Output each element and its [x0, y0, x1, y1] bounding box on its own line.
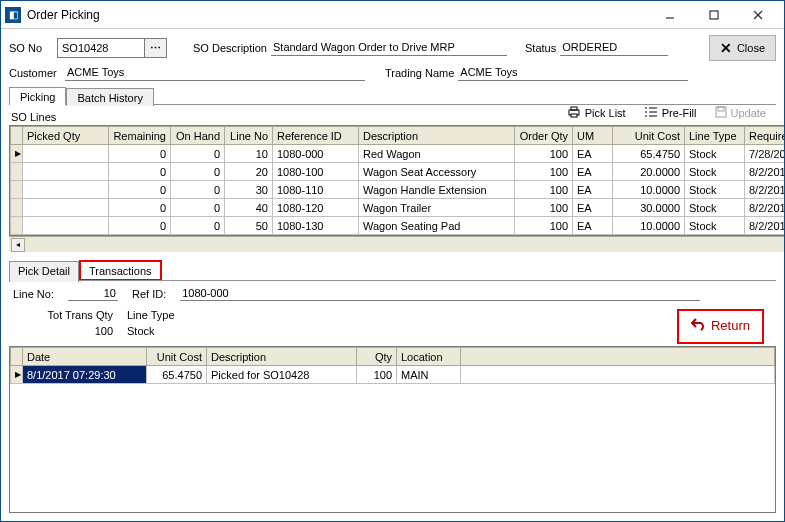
- col-onhand[interactable]: On Hand: [171, 127, 225, 145]
- cell-orderqty: 100: [515, 199, 573, 217]
- cell-refid: 1080-000: [273, 145, 359, 163]
- cell-qty: 100: [357, 366, 397, 384]
- detail-row-2: Tot Trans Qty 100 Line Type Stock Return: [9, 303, 776, 346]
- so-lines-hscroll[interactable]: ◂ ▸: [9, 236, 784, 252]
- col-unitcost[interactable]: Unit Cost: [147, 348, 207, 366]
- col-refid[interactable]: Reference ID: [273, 127, 359, 145]
- table-row[interactable]: 0 0 10 1080-000 Red Wagon 100 EA 65.4750…: [11, 145, 785, 163]
- cell-required: 8/2/2017: [745, 181, 785, 199]
- so-no-lookup-button[interactable]: ⋯: [144, 39, 166, 57]
- cell-picked[interactable]: [23, 163, 109, 181]
- tab-pick-detail[interactable]: Pick Detail: [9, 261, 79, 282]
- close-icon: ✕: [720, 40, 732, 56]
- col-picked-qty[interactable]: Picked Qty: [23, 127, 109, 145]
- cell-location: MAIN: [397, 366, 461, 384]
- cell-linetype: Stock: [685, 163, 745, 181]
- cell-picked[interactable]: [23, 145, 109, 163]
- transactions-grid-wrap: Date Unit Cost Description Qty Location …: [9, 346, 776, 513]
- row-handle[interactable]: [11, 163, 23, 181]
- transactions-grid[interactable]: Date Unit Cost Description Qty Location …: [10, 347, 775, 384]
- linetype-value: Stock: [127, 325, 175, 337]
- row-handle[interactable]: [11, 181, 23, 199]
- cell-um: EA: [573, 163, 613, 181]
- cell-lineno: 10: [225, 145, 273, 163]
- titlebar: ◧ Order Picking: [1, 1, 784, 29]
- cell-required: 8/2/2017: [745, 217, 785, 235]
- cell-refid: 1080-120: [273, 199, 359, 217]
- cell-orderqty: 100: [515, 145, 573, 163]
- prefill-button[interactable]: Pre-Fill: [644, 106, 697, 120]
- row-handle-header: [11, 348, 23, 366]
- cell-picked[interactable]: [23, 181, 109, 199]
- cell-remaining: 0: [109, 163, 171, 181]
- picklist-label: Pick List: [585, 107, 626, 119]
- svg-rect-14: [718, 107, 724, 111]
- cell-unitcost: 10.0000: [613, 217, 685, 235]
- col-desc[interactable]: Description: [359, 127, 515, 145]
- picklist-button[interactable]: Pick List: [567, 106, 626, 120]
- cell-lineno: 20: [225, 163, 273, 181]
- cell-um: EA: [573, 181, 613, 199]
- col-linetype[interactable]: Line Type: [685, 127, 745, 145]
- window: ◧ Order Picking SO No ⋯ SO Description S…: [0, 0, 785, 522]
- col-date[interactable]: Date: [23, 348, 147, 366]
- col-remaining[interactable]: Remaining: [109, 127, 171, 145]
- row-handle[interactable]: [11, 145, 23, 163]
- col-location[interactable]: Location: [397, 348, 461, 366]
- col-orderqty[interactable]: Order Qty: [515, 127, 573, 145]
- cell-picked[interactable]: [23, 199, 109, 217]
- maximize-button[interactable]: [692, 2, 736, 28]
- minimize-button[interactable]: [648, 2, 692, 28]
- cell-required: 7/28/2017: [745, 145, 785, 163]
- so-no-field[interactable]: ⋯: [57, 38, 167, 58]
- table-row[interactable]: 8/1/2017 07:29:30 65.4750 Picked for SO1…: [11, 366, 775, 384]
- cell-remaining: 0: [109, 217, 171, 235]
- cell-refid: 1080-130: [273, 217, 359, 235]
- col-lineno[interactable]: Line No: [225, 127, 273, 145]
- row-handle[interactable]: [11, 199, 23, 217]
- cell-um: EA: [573, 217, 613, 235]
- cell-required: 8/2/2017: [745, 163, 785, 181]
- col-desc[interactable]: Description: [207, 348, 357, 366]
- tot-trans-label: Tot Trans Qty: [48, 309, 113, 321]
- tab-batch-history[interactable]: Batch History: [66, 88, 153, 106]
- close-button[interactable]: ✕ Close: [709, 35, 776, 61]
- so-no-input[interactable]: [58, 40, 144, 56]
- col-um[interactable]: UM: [573, 127, 613, 145]
- cell-desc: Red Wagon: [359, 145, 515, 163]
- table-row[interactable]: 0 0 50 1080-130 Wagon Seating Pad 100 EA…: [11, 217, 785, 235]
- cell-unitcost: 30.0000: [613, 199, 685, 217]
- detail-row-1: Line No: 10 Ref ID: 1080-000: [9, 281, 776, 303]
- cell-remaining: 0: [109, 199, 171, 217]
- header-row-2: Customer ACME Toys Trading Name ACME Toy…: [9, 65, 776, 81]
- table-row[interactable]: 0 0 40 1080-120 Wagon Trailer 100 EA 30.…: [11, 199, 785, 217]
- table-row[interactable]: 0 0 20 1080-100 Wagon Seat Accessory 100…: [11, 163, 785, 181]
- cell-orderqty: 100: [515, 217, 573, 235]
- row-handle[interactable]: [11, 366, 23, 384]
- cell-picked[interactable]: [23, 217, 109, 235]
- table-row[interactable]: 0 0 30 1080-110 Wagon Handle Extension 1…: [11, 181, 785, 199]
- cell-required: 8/2/2017: [745, 199, 785, 217]
- app-icon: ◧: [5, 7, 21, 23]
- cell-desc: Wagon Trailer: [359, 199, 515, 217]
- return-button[interactable]: Return: [683, 313, 758, 338]
- status-label: Status: [525, 42, 556, 54]
- refid-value: 1080-000: [180, 287, 700, 301]
- cell-lineno: 50: [225, 217, 273, 235]
- cell-onhand: 0: [171, 217, 225, 235]
- cell-lineno: 30: [225, 181, 273, 199]
- tab-picking[interactable]: Picking: [9, 87, 66, 105]
- cell-um: EA: [573, 145, 613, 163]
- scroll-left-icon[interactable]: ◂: [11, 238, 25, 252]
- row-handle[interactable]: [11, 217, 23, 235]
- cell-desc: Wagon Handle Extension: [359, 181, 515, 199]
- so-lines-grid[interactable]: Picked Qty Remaining On Hand Line No Ref…: [10, 126, 784, 235]
- cell-linetype: Stock: [685, 181, 745, 199]
- close-window-button[interactable]: [736, 2, 780, 28]
- customer-label: Customer: [9, 67, 61, 79]
- tab-transactions[interactable]: Transactions: [79, 260, 162, 281]
- col-qty[interactable]: Qty: [357, 348, 397, 366]
- col-required[interactable]: Required: [745, 127, 785, 145]
- cell-orderqty: 100: [515, 163, 573, 181]
- col-unitcost[interactable]: Unit Cost: [613, 127, 685, 145]
